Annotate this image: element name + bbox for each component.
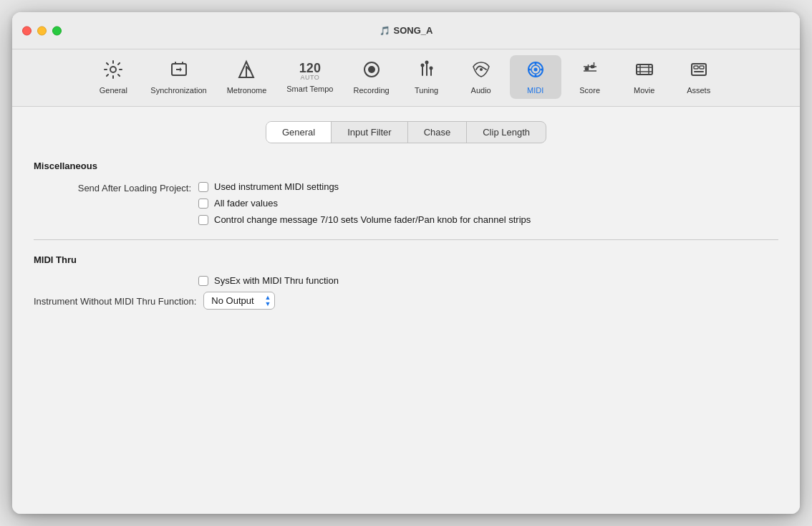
svg-point-15 bbox=[534, 75, 536, 77]
instrument-row: Instrument Without MIDI Thru Function: N… bbox=[34, 292, 778, 310]
maximize-button[interactable] bbox=[52, 26, 62, 35]
svg-point-8 bbox=[425, 61, 428, 64]
toolbar-smart-tempo-label: Smart Tempo bbox=[286, 85, 333, 93]
toolbar-movie-label: Movie bbox=[634, 86, 654, 95]
svg-rect-20 bbox=[637, 64, 652, 75]
checkbox-control-change[interactable] bbox=[198, 215, 208, 225]
checkbox-row-used-instrument: Used instrument MIDI settings bbox=[198, 181, 531, 192]
checkbox-label-all-fader: All fader values bbox=[214, 198, 278, 209]
movie-icon bbox=[634, 59, 654, 82]
window-title: 🎵 SONG_A bbox=[380, 25, 433, 36]
send-after-row: Send After Loading Project: Used instrum… bbox=[34, 181, 778, 225]
svg-point-17 bbox=[540, 69, 542, 71]
tuning-icon bbox=[417, 59, 437, 82]
checkbox-all-fader[interactable] bbox=[198, 199, 208, 209]
close-button[interactable] bbox=[22, 26, 32, 35]
score-icon bbox=[580, 59, 600, 82]
svg-point-0 bbox=[110, 67, 116, 72]
checkbox-label-control-change: Control change message 7/10 sets Volume … bbox=[214, 214, 531, 225]
toolbar: General Synchronization Me bbox=[12, 49, 800, 107]
smart-tempo-icon: 120 AUTO bbox=[299, 62, 321, 81]
gear-icon bbox=[103, 59, 123, 82]
send-after-controls: Used instrument MIDI settings All fader … bbox=[198, 181, 531, 225]
toolbar-general-label: General bbox=[100, 86, 127, 95]
metronome-icon bbox=[236, 59, 256, 82]
titlebar: 🎵 SONG_A bbox=[12, 12, 800, 49]
toolbar-item-metronome[interactable]: Metronome bbox=[218, 55, 276, 99]
smart-tempo-auto: AUTO bbox=[300, 75, 319, 81]
no-output-dropdown-container: No Output All None ▲ ▼ bbox=[203, 292, 275, 310]
subtab-chase[interactable]: Chase bbox=[408, 122, 468, 143]
midi-thru-title: MIDI Thru bbox=[34, 254, 778, 265]
svg-point-13 bbox=[533, 68, 537, 72]
content-area: General Input Filter Chase Clip Length M… bbox=[12, 107, 800, 514]
toolbar-assets-label: Assets bbox=[687, 86, 710, 95]
sysex-row: SysEx with MIDI Thru function bbox=[34, 275, 778, 286]
svg-point-10 bbox=[480, 68, 483, 71]
svg-point-9 bbox=[429, 67, 432, 70]
toolbar-midi-label: MIDI bbox=[527, 86, 543, 95]
toolbar-item-synchronization[interactable]: Synchronization bbox=[142, 55, 215, 99]
subtab-bar: General Input Filter Chase Clip Length bbox=[266, 121, 546, 143]
checkbox-label-sysex: SysEx with MIDI Thru function bbox=[214, 275, 339, 286]
toolbar-item-general[interactable]: General bbox=[87, 55, 139, 99]
svg-rect-21 bbox=[692, 64, 706, 75]
send-after-label: Send After Loading Project: bbox=[34, 181, 198, 193]
no-output-dropdown[interactable]: No Output All None bbox=[203, 292, 275, 310]
toolbar-item-audio[interactable]: Audio bbox=[455, 55, 507, 99]
toolbar-item-recording[interactable]: Recording bbox=[345, 55, 398, 99]
svg-rect-22 bbox=[694, 66, 698, 69]
settings-panel: Miscellaneous Send After Loading Project… bbox=[34, 161, 778, 324]
midi-thru-section: MIDI Thru SysEx with MIDI Thru function … bbox=[34, 254, 778, 310]
sysex-empty-label bbox=[34, 275, 198, 277]
checkbox-row-sysex: SysEx with MIDI Thru function bbox=[198, 275, 339, 286]
toolbar-score-label: Score bbox=[579, 86, 600, 95]
main-window: 🎵 SONG_A General Syn bbox=[12, 12, 800, 514]
svg-point-14 bbox=[534, 63, 536, 65]
section-divider bbox=[34, 239, 778, 240]
svg-rect-23 bbox=[694, 71, 704, 72]
recording-icon bbox=[362, 59, 382, 82]
checkbox-sysex[interactable] bbox=[198, 276, 208, 286]
toolbar-tuning-label: Tuning bbox=[415, 86, 438, 95]
toolbar-item-movie[interactable]: Movie bbox=[619, 55, 670, 99]
sysex-controls: SysEx with MIDI Thru function bbox=[198, 275, 339, 286]
toolbar-item-assets[interactable]: Assets bbox=[673, 55, 725, 99]
svg-point-6 bbox=[368, 66, 375, 73]
toolbar-item-smart-tempo[interactable]: 120 AUTO Smart Tempo bbox=[278, 57, 342, 97]
assets-icon bbox=[689, 59, 709, 82]
sync-icon bbox=[169, 59, 189, 82]
toolbar-audio-label: Audio bbox=[471, 86, 491, 95]
subtab-general[interactable]: General bbox=[266, 122, 332, 143]
checkbox-row-control-change: Control change message 7/10 sets Volume … bbox=[198, 214, 531, 225]
miscellaneous-section: Miscellaneous Send After Loading Project… bbox=[34, 161, 778, 225]
audio-icon bbox=[471, 59, 491, 82]
smart-tempo-number: 120 bbox=[299, 62, 321, 75]
checkbox-row-all-fader: All fader values bbox=[198, 198, 531, 209]
toolbar-recording-label: Recording bbox=[354, 86, 390, 95]
svg-rect-24 bbox=[700, 66, 704, 69]
traffic-lights bbox=[22, 26, 62, 35]
subtab-input-filter[interactable]: Input Filter bbox=[332, 122, 407, 143]
subtab-clip-length[interactable]: Clip Length bbox=[467, 122, 546, 143]
title-icon: 🎵 bbox=[380, 26, 390, 36]
title-text: SONG_A bbox=[394, 25, 433, 36]
toolbar-item-midi[interactable]: MIDI bbox=[510, 55, 561, 99]
toolbar-item-score[interactable]: Score bbox=[564, 55, 616, 99]
toolbar-item-tuning[interactable]: Tuning bbox=[401, 55, 453, 99]
miscellaneous-title: Miscellaneous bbox=[34, 161, 778, 171]
midi-icon bbox=[526, 59, 546, 82]
minimize-button[interactable] bbox=[37, 26, 47, 35]
toolbar-sync-label: Synchronization bbox=[150, 86, 206, 95]
toolbar-metronome-label: Metronome bbox=[227, 86, 267, 95]
svg-point-7 bbox=[420, 64, 424, 67]
instrument-label: Instrument Without MIDI Thru Function: bbox=[34, 295, 203, 307]
checkbox-label-used-instrument: Used instrument MIDI settings bbox=[214, 181, 339, 192]
svg-point-16 bbox=[528, 69, 531, 71]
checkbox-used-instrument[interactable] bbox=[198, 182, 208, 192]
